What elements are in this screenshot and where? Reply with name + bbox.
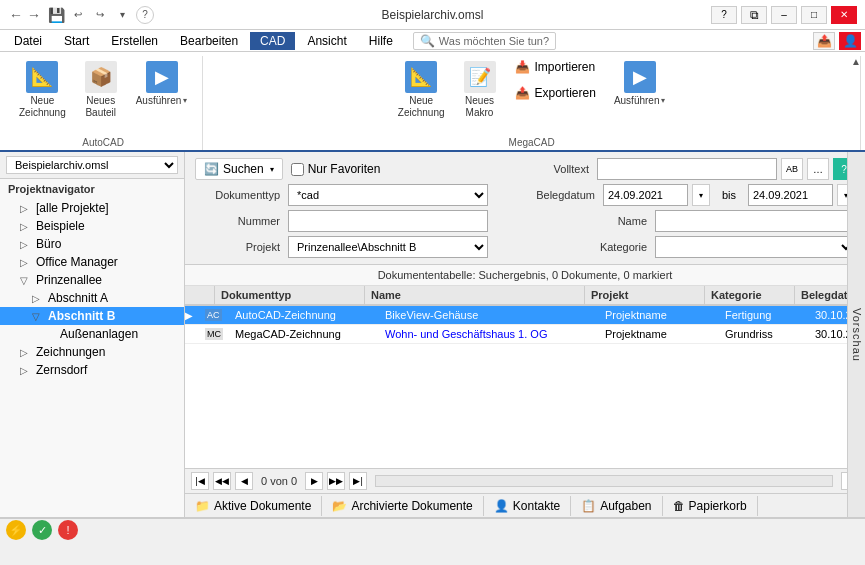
back-button[interactable]: ← (8, 7, 24, 23)
neues-bauteil-icon: 📦 (85, 61, 117, 93)
belegdatum-from-input[interactable] (603, 184, 688, 206)
ribbon-share-btn[interactable]: 📤 (813, 32, 835, 50)
tab-papierkorb[interactable]: 🗑 Papierkorb (663, 496, 758, 516)
th-dokumenttyp[interactable]: Dokumenttyp (215, 286, 365, 304)
tree-item-abschnitt-a[interactable]: ▷ Abschnitt A (0, 289, 184, 307)
ribbon-collapse-button[interactable]: ▲ (851, 56, 861, 67)
horizontal-scrollbar[interactable] (375, 475, 833, 487)
belegdatum-from-picker[interactable]: ▾ (692, 184, 710, 206)
menu-ansicht[interactable]: Ansicht (297, 32, 356, 50)
save-icon[interactable]: 💾 (48, 7, 64, 23)
tree-item-abschnitt-b[interactable]: ▽ Abschnitt B (0, 307, 184, 325)
close-button[interactable]: ✕ (831, 6, 857, 24)
nummer-input[interactable] (288, 210, 488, 232)
table-row[interactable]: MC MegaCAD-Zeichnung Wohn- und Geschäfts… (185, 325, 865, 344)
ribbon-ausfuehren-autocad[interactable]: ▶ Ausführen ▾ (129, 56, 195, 112)
ribbon-neues-bauteil[interactable]: 📦 NeuesBauteil (77, 56, 125, 124)
kategorie-select[interactable] (655, 236, 855, 258)
menu-search[interactable]: 🔍 Was möchten Sie tun? (413, 32, 556, 50)
tree-item-aussenanlagen[interactable]: Außenanlagen (0, 325, 184, 343)
th-projekt[interactable]: Projekt (585, 286, 705, 304)
forward-button[interactable]: → (26, 7, 42, 23)
ribbon-autocad-items: 📐 NeueZeichnung 📦 NeuesBauteil ▶ Ausführ… (12, 56, 194, 135)
tree-label-office: Office Manager (36, 255, 118, 269)
ribbon-user-btn[interactable]: 👤 (839, 32, 861, 50)
help-icon[interactable]: ? (136, 6, 154, 24)
tree-item-prinzenallee[interactable]: ▽ Prinzenallee (0, 271, 184, 289)
belegdatum-to-input[interactable] (748, 184, 833, 206)
tree-item-alle-projekte[interactable]: ▷ [alle Projekte] (0, 199, 184, 217)
minimize-button[interactable]: – (771, 6, 797, 24)
th-icon[interactable] (185, 286, 215, 304)
volltext-dots-btn[interactable]: … (807, 158, 829, 180)
page-prev-btn[interactable]: ◀ (235, 472, 253, 490)
aufgaben-icon: 📋 (581, 499, 596, 513)
tree-label-abschnitt-a: Abschnitt A (48, 291, 108, 305)
menu-erstellen[interactable]: Erstellen (101, 32, 168, 50)
tree-item-beispiele[interactable]: ▷ Beispiele (0, 217, 184, 235)
table-row[interactable]: ▶ AC AutoCAD-Zeichnung BikeView-Gehäuse … (185, 306, 865, 325)
neue-zeichnung-autocad-icon: 📐 (26, 61, 58, 93)
nur-favoriten-label: Nur Favoriten (308, 162, 381, 176)
vorschau-panel[interactable]: Vorschau (847, 152, 865, 517)
page-prev-fast-btn[interactable]: ◀◀ (213, 472, 231, 490)
page-first-btn[interactable]: |◀ (191, 472, 209, 490)
projekt-select[interactable]: Prinzenallee\Abschnitt B (288, 236, 488, 258)
redo-icon[interactable]: ↪ (92, 7, 108, 23)
suchen-button[interactable]: 🔄 Suchen ▾ (195, 158, 283, 180)
page-next-btn[interactable]: ▶ (305, 472, 323, 490)
td-projekt-1: Projektname (599, 306, 719, 324)
volltext-input[interactable] (597, 158, 777, 180)
status-lightning-icon[interactable]: ⚡ (6, 520, 26, 540)
nur-favoriten-checkbox-label[interactable]: Nur Favoriten (291, 162, 381, 176)
name-input[interactable] (655, 210, 855, 232)
archive-dropdown[interactable]: Beispielarchiv.omsl (6, 156, 178, 174)
status-warning-icon[interactable]: ! (58, 520, 78, 540)
menu-search-label: Was möchten Sie tun? (439, 35, 549, 47)
ribbon-importieren[interactable]: 📥 Importieren (508, 56, 603, 78)
papierkorb-icon: 🗑 (673, 499, 685, 513)
menu-bearbeiten[interactable]: Bearbeiten (170, 32, 248, 50)
maximize-button[interactable]: □ (801, 6, 827, 24)
tree-label-alle: [alle Projekte] (36, 201, 109, 215)
menu-datei[interactable]: Datei (4, 32, 52, 50)
neues-bauteil-label: NeuesBauteil (85, 95, 116, 119)
table-body: ▶ AC AutoCAD-Zeichnung BikeView-Gehäuse … (185, 306, 865, 468)
tab-kontakte[interactable]: 👤 Kontakte (484, 496, 571, 516)
ribbon-neue-zeichnung-megacad[interactable]: 📐 NeueZeichnung (391, 56, 452, 124)
tab-aktive-dokumente[interactable]: 📁 Aktive Dokumente (185, 496, 322, 516)
tree-item-zernsdorf[interactable]: ▷ Zernsdorf (0, 361, 184, 379)
dokumenttyp-select[interactable]: *cad (288, 184, 488, 206)
nur-favoriten-checkbox[interactable] (291, 163, 304, 176)
pagination: |◀ ◀◀ ◀ 0 von 0 ▶ ▶▶ ▶| ▶ (185, 468, 865, 493)
undo-icon[interactable]: ↩ (70, 7, 86, 23)
tree-item-buero[interactable]: ▷ Büro (0, 235, 184, 253)
sidebar: Beispielarchiv.omsl Projektnavigator ▷ [… (0, 152, 185, 517)
tree-label-beispiele: Beispiele (36, 219, 85, 233)
tab-aufgaben[interactable]: 📋 Aufgaben (571, 496, 662, 516)
th-name[interactable]: Name (365, 286, 585, 304)
tab-archivierte-dokumente[interactable]: 📂 Archivierte Dokumente (322, 496, 483, 516)
td-typ-2: MegaCAD-Zeichnung (229, 325, 379, 343)
page-last-btn[interactable]: ▶| (349, 472, 367, 490)
ribbon-ausfuehren-megacad[interactable]: ▶ Ausführen ▾ (607, 56, 673, 112)
th-kategorie[interactable]: Kategorie (705, 286, 795, 304)
page-next-fast-btn[interactable]: ▶▶ (327, 472, 345, 490)
menu-cad[interactable]: CAD (250, 32, 295, 50)
menu-hilfe[interactable]: Hilfe (359, 32, 403, 50)
status-check-icon[interactable]: ✓ (32, 520, 52, 540)
ribbon-neue-zeichnung-autocad[interactable]: 📐 NeueZeichnung (12, 56, 73, 124)
ribbon-neues-makro[interactable]: 📝 NeuesMakro (456, 56, 504, 124)
menubar: Datei Start Erstellen Bearbeiten CAD Ans… (0, 30, 865, 52)
window-title: Beispielarchiv.omsl (382, 8, 484, 22)
volltext-ab-btn[interactable]: AB (781, 158, 803, 180)
help-window-button[interactable]: ? (711, 6, 737, 24)
tree-item-office-manager[interactable]: ▷ Office Manager (0, 253, 184, 271)
tree-toggle-prinzenallee: ▽ (20, 275, 32, 286)
restore-button[interactable]: ⧉ (741, 6, 767, 24)
dropdown-icon[interactable]: ▾ (114, 7, 130, 23)
tree-item-zeichnungen[interactable]: ▷ Zeichnungen (0, 343, 184, 361)
tab-aufgaben-label: Aufgaben (600, 499, 651, 513)
menu-start[interactable]: Start (54, 32, 99, 50)
ribbon-exportieren[interactable]: 📤 Exportieren (508, 82, 603, 104)
